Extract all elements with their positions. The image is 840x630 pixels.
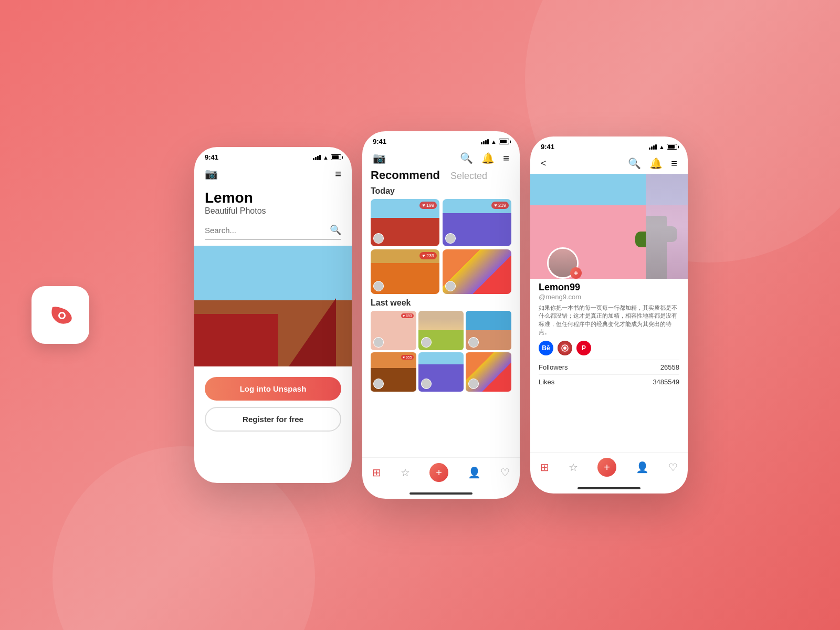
bottom-nav-star[interactable]: ☆ (401, 466, 410, 479)
phone2-home-indicator (410, 492, 472, 495)
phone3-bell-icon[interactable]: 🔔 (649, 157, 663, 170)
phone3-nav: < 🔍 🔔 ≡ (530, 153, 688, 174)
social-badges: Bē P (539, 341, 679, 355)
phone2-camera-icon[interactable]: 📷 (373, 152, 386, 164)
today-photo-grid: ♥ 199 ♥ 239 ♥ 239 (371, 199, 511, 294)
search-icon[interactable]: 🔍 (330, 224, 341, 236)
photo3-likes: ♥ 239 (419, 252, 437, 259)
phone3-nav-add[interactable]: + (597, 458, 616, 477)
phone3-battery-icon (667, 144, 677, 150)
followers-count: 26558 (660, 363, 679, 371)
phone2-battery-icon (499, 139, 509, 144)
search-input[interactable] (205, 226, 330, 235)
photo-cell-lw2[interactable] (418, 311, 464, 350)
phone2-wifi-icon: ▲ (491, 139, 497, 145)
profile-bio: 如果你把一本书的每一页每一行都加精，其实质都是不什么都没错；这才是真正的加精，相… (539, 304, 679, 337)
500px-icon (561, 344, 569, 352)
likes-label: Likes (539, 378, 554, 386)
phone2-nav: 📷 🔍 🔔 ≡ (362, 148, 520, 169)
photo-cell-3[interactable]: ♥ 239 (371, 249, 439, 294)
profile-avatar-row: + (530, 263, 688, 279)
phone1-signal (313, 155, 321, 160)
profile-handle: @meng9.com (539, 293, 679, 301)
phone-1: 9:41 ▲ 📷 ≡ Lemon Beautiful Photos (194, 147, 352, 483)
menu-icon[interactable]: ≡ (335, 168, 341, 180)
phone2-signal (481, 139, 489, 144)
login-button[interactable]: Log into Unspash (205, 377, 341, 401)
tab-selected[interactable]: Selected (450, 171, 487, 182)
phone3-nav-right: 🔍 🔔 ≡ (628, 157, 677, 170)
photo-cell-lw6[interactable] (466, 352, 511, 392)
phone-3: 9:41 ▲ < 🔍 🔔 ≡ (530, 136, 688, 494)
phone1-title-block: Lemon Beautiful Photos (194, 184, 352, 218)
phone3-search-icon[interactable]: 🔍 (628, 157, 641, 170)
followers-label: Followers (539, 363, 568, 371)
phone3-status-bar: 9:41 ▲ (530, 136, 688, 153)
bottom-nav-person[interactable]: 👤 (468, 466, 481, 479)
svg-point-1 (60, 313, 64, 318)
500px-badge[interactable] (558, 341, 572, 355)
bottom-nav-add[interactable]: + (429, 463, 448, 482)
phone2-menu-icon[interactable]: ≡ (503, 152, 509, 164)
likes-count: 3485549 (653, 378, 679, 386)
photo-cell-lw5[interactable] (418, 352, 464, 392)
photo-lw5-avatar (421, 379, 432, 389)
camera-icon[interactable]: 📷 (205, 167, 218, 180)
phone3-menu-icon[interactable]: ≡ (671, 158, 677, 170)
profile-info-block: Lemon99 @meng9.com 如果你把一本书的每一页每一行都加精，其实质… (530, 279, 688, 392)
likes-stat: Likes 3485549 (539, 374, 679, 389)
photo-cell-lw1[interactable]: ♥ 693 (371, 311, 416, 350)
back-button[interactable]: < (541, 158, 547, 169)
app-logo-svg (42, 297, 79, 333)
behance-badge[interactable]: Bē (539, 341, 553, 355)
register-button[interactable]: Register for free (205, 407, 341, 432)
phone3-nav-person[interactable]: 👤 (636, 461, 649, 474)
phone1-battery-icon (331, 154, 341, 160)
profile-avatar-wrap: + (547, 247, 579, 279)
photo2-avatar (445, 233, 456, 244)
photo-cell-lw3[interactable] (466, 311, 511, 350)
phone1-status-icons: ▲ (313, 154, 341, 161)
phone2-status-icons: ▲ (481, 139, 509, 145)
follow-plus-button[interactable]: + (570, 267, 582, 279)
photo3-avatar (373, 281, 384, 291)
tab-recommend[interactable]: Recommend (371, 169, 440, 182)
pinterest-badge[interactable]: P (576, 341, 591, 355)
photo1-avatar (373, 233, 384, 244)
phone1-buttons: Log into Unspash Register for free (194, 366, 352, 437)
photo-lw4-likes: ♥ 655 (401, 355, 414, 360)
tabs-row: Recommend Selected (371, 169, 511, 182)
bottom-nav-home[interactable]: ⊞ (372, 466, 381, 479)
phone2-main-content: Recommend Selected Today ♥ 199 ♥ 239 (362, 169, 520, 392)
phone3-home-indicator (578, 487, 640, 489)
photo-cell-4[interactable] (443, 249, 511, 294)
photo-lw1-avatar (373, 337, 384, 348)
hero-image (194, 246, 352, 366)
phone3-nav-home[interactable]: ⊞ (540, 461, 549, 474)
phone3-bottom-nav: ⊞ ☆ + 👤 ♡ (530, 452, 688, 485)
phone3-nav-heart[interactable]: ♡ (668, 461, 678, 474)
photo-cell-lw4[interactable]: ♥ 655 (371, 352, 416, 392)
photo1-likes: ♥ 199 (419, 202, 437, 209)
bottom-nav-heart[interactable]: ♡ (500, 466, 510, 479)
photo-cell-1[interactable]: ♥ 199 (371, 199, 439, 246)
phone2-status-bar: 9:41 ▲ (362, 131, 520, 148)
phone3-nav-star[interactable]: ☆ (569, 461, 578, 474)
app-icon-wrapper (32, 286, 89, 344)
section-lastweek: Last week (371, 298, 511, 308)
phone2-time: 9:41 (373, 138, 386, 145)
lastweek-photo-grid: ♥ 693 ♥ 655 (371, 311, 511, 392)
phone2-bell-icon[interactable]: 🔔 (481, 152, 495, 164)
phone1-wifi-icon: ▲ (323, 154, 329, 161)
photo-cell-2[interactable]: ♥ 239 (443, 199, 511, 246)
followers-stat: Followers 26558 (539, 360, 679, 374)
phone3-status-icons: ▲ (649, 144, 677, 150)
phone2-search-icon[interactable]: 🔍 (460, 152, 473, 164)
phones-container: 9:41 ▲ 📷 ≡ Lemon Beautiful Photos (194, 131, 688, 499)
search-bar[interactable]: 🔍 (205, 224, 341, 239)
photo2-likes: ♥ 239 (491, 202, 509, 209)
profile-username: Lemon99 (539, 282, 679, 293)
section-today: Today (371, 186, 511, 196)
app-title: Lemon (205, 190, 341, 206)
photo-lw1-likes: ♥ 693 (401, 313, 414, 318)
